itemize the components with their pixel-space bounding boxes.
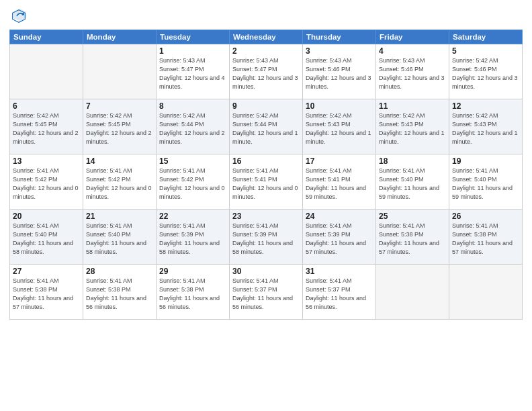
day-number: 16 [232, 156, 300, 166]
day-info: Sunrise: 5:41 AMSunset: 5:40 PMDaylight:… [86, 222, 153, 257]
day-info: Sunrise: 5:41 AMSunset: 5:42 PMDaylight:… [159, 167, 226, 201]
header [9, 7, 523, 26]
day-info: Sunrise: 5:41 AMSunset: 5:41 PMDaylight:… [306, 167, 373, 201]
day-info: Sunrise: 5:41 AMSunset: 5:41 PMDaylight:… [232, 167, 300, 201]
day-number: 12 [452, 101, 519, 111]
calendar-cell: 21Sunrise: 5:41 AMSunset: 5:40 PMDayligh… [83, 210, 157, 265]
day-info: Sunrise: 5:41 AMSunset: 5:38 PMDaylight:… [13, 277, 80, 312]
day-number: 15 [159, 156, 226, 166]
calendar-cell: 20Sunrise: 5:41 AMSunset: 5:40 PMDayligh… [10, 210, 83, 265]
day-number: 29 [159, 267, 226, 276]
calendar-cell: 8Sunrise: 5:42 AMSunset: 5:44 PMDaylight… [157, 99, 230, 154]
calendar-day-header: Wednesday [230, 30, 303, 44]
day-number: 9 [232, 101, 300, 111]
logo [9, 7, 31, 26]
calendar-week-row: 6Sunrise: 5:42 AMSunset: 5:45 PMDaylight… [10, 99, 523, 154]
day-number: 21 [86, 212, 153, 221]
calendar-cell [376, 265, 449, 320]
calendar-cell: 31Sunrise: 5:41 AMSunset: 5:37 PMDayligh… [303, 265, 376, 320]
day-info: Sunrise: 5:41 AMSunset: 5:38 PMDaylight:… [159, 277, 226, 312]
calendar-cell: 28Sunrise: 5:41 AMSunset: 5:38 PMDayligh… [83, 265, 157, 320]
calendar-cell: 15Sunrise: 5:41 AMSunset: 5:42 PMDayligh… [157, 154, 230, 210]
day-info: Sunrise: 5:42 AMSunset: 5:43 PMDaylight:… [379, 111, 446, 146]
day-info: Sunrise: 5:42 AMSunset: 5:44 PMDaylight:… [159, 111, 226, 146]
calendar-cell: 14Sunrise: 5:41 AMSunset: 5:42 PMDayligh… [83, 154, 157, 210]
day-number: 5 [452, 46, 519, 56]
calendar-week-row: 1Sunrise: 5:43 AMSunset: 5:47 PMDaylight… [10, 44, 523, 99]
calendar-cell: 4Sunrise: 5:43 AMSunset: 5:46 PMDaylight… [376, 44, 449, 99]
day-info: Sunrise: 5:41 AMSunset: 5:42 PMDaylight:… [86, 167, 153, 201]
calendar-cell: 12Sunrise: 5:42 AMSunset: 5:43 PMDayligh… [449, 99, 523, 154]
day-info: Sunrise: 5:42 AMSunset: 5:46 PMDaylight:… [452, 56, 519, 91]
calendar-day-header: Tuesday [157, 30, 230, 44]
day-info: Sunrise: 5:41 AMSunset: 5:38 PMDaylight:… [379, 222, 446, 257]
calendar-cell: 7Sunrise: 5:42 AMSunset: 5:45 PMDaylight… [83, 99, 157, 154]
day-number: 4 [379, 46, 446, 56]
calendar-week-row: 20Sunrise: 5:41 AMSunset: 5:40 PMDayligh… [10, 210, 523, 265]
calendar-day-header: Friday [376, 30, 449, 44]
day-info: Sunrise: 5:41 AMSunset: 5:39 PMDaylight:… [232, 222, 300, 257]
day-number: 19 [452, 156, 519, 166]
day-number: 10 [306, 101, 373, 111]
calendar-cell: 9Sunrise: 5:42 AMSunset: 5:44 PMDaylight… [230, 99, 303, 154]
calendar-cell: 3Sunrise: 5:43 AMSunset: 5:46 PMDaylight… [303, 44, 376, 99]
day-info: Sunrise: 5:41 AMSunset: 5:40 PMDaylight:… [379, 167, 446, 201]
calendar-cell: 19Sunrise: 5:41 AMSunset: 5:40 PMDayligh… [449, 154, 523, 210]
day-info: Sunrise: 5:41 AMSunset: 5:42 PMDaylight:… [13, 167, 80, 201]
svg-point-2 [21, 13, 24, 15]
calendar-table: SundayMondayTuesdayWednesdayThursdayFrid… [9, 30, 523, 320]
day-info: Sunrise: 5:41 AMSunset: 5:40 PMDaylight:… [452, 167, 519, 201]
day-number: 24 [306, 212, 373, 221]
calendar-day-header: Saturday [449, 30, 523, 44]
day-info: Sunrise: 5:42 AMSunset: 5:43 PMDaylight:… [306, 111, 373, 146]
day-info: Sunrise: 5:42 AMSunset: 5:43 PMDaylight:… [452, 111, 519, 146]
calendar-cell: 25Sunrise: 5:41 AMSunset: 5:38 PMDayligh… [376, 210, 449, 265]
day-number: 3 [306, 46, 373, 56]
day-number: 11 [379, 101, 446, 111]
day-number: 13 [13, 156, 80, 166]
calendar-cell: 10Sunrise: 5:42 AMSunset: 5:43 PMDayligh… [303, 99, 376, 154]
day-number: 20 [13, 212, 80, 221]
calendar-day-header: Thursday [303, 30, 376, 44]
day-info: Sunrise: 5:41 AMSunset: 5:38 PMDaylight:… [86, 277, 153, 312]
day-info: Sunrise: 5:43 AMSunset: 5:47 PMDaylight:… [232, 56, 300, 91]
calendar-day-header: Sunday [10, 30, 83, 44]
day-info: Sunrise: 5:41 AMSunset: 5:39 PMDaylight:… [306, 222, 373, 257]
day-info: Sunrise: 5:41 AMSunset: 5:37 PMDaylight:… [306, 277, 373, 312]
day-info: Sunrise: 5:41 AMSunset: 5:39 PMDaylight:… [159, 222, 226, 257]
calendar-cell: 11Sunrise: 5:42 AMSunset: 5:43 PMDayligh… [376, 99, 449, 154]
day-info: Sunrise: 5:42 AMSunset: 5:45 PMDaylight:… [13, 111, 80, 146]
day-info: Sunrise: 5:42 AMSunset: 5:44 PMDaylight:… [232, 111, 300, 146]
day-number: 30 [232, 267, 300, 276]
calendar-cell: 30Sunrise: 5:41 AMSunset: 5:37 PMDayligh… [230, 265, 303, 320]
calendar-cell: 29Sunrise: 5:41 AMSunset: 5:38 PMDayligh… [157, 265, 230, 320]
calendar-header-row: SundayMondayTuesdayWednesdayThursdayFrid… [10, 30, 523, 44]
day-number: 28 [86, 267, 153, 276]
day-info: Sunrise: 5:41 AMSunset: 5:40 PMDaylight:… [13, 222, 80, 257]
day-number: 22 [159, 212, 226, 221]
day-info: Sunrise: 5:43 AMSunset: 5:47 PMDaylight:… [159, 56, 226, 91]
day-number: 18 [379, 156, 446, 166]
day-number: 27 [13, 267, 80, 276]
calendar-cell: 1Sunrise: 5:43 AMSunset: 5:47 PMDaylight… [157, 44, 230, 99]
generalblue-logo-icon [9, 7, 28, 26]
day-number: 8 [159, 101, 226, 111]
day-number: 23 [232, 212, 300, 221]
day-number: 26 [452, 212, 519, 221]
calendar-cell: 6Sunrise: 5:42 AMSunset: 5:45 PMDaylight… [10, 99, 83, 154]
calendar-cell [10, 44, 83, 99]
day-number: 1 [159, 46, 226, 56]
day-number: 31 [306, 267, 373, 276]
day-info: Sunrise: 5:42 AMSunset: 5:45 PMDaylight:… [86, 111, 153, 146]
day-info: Sunrise: 5:43 AMSunset: 5:46 PMDaylight:… [379, 56, 446, 91]
calendar-cell: 24Sunrise: 5:41 AMSunset: 5:39 PMDayligh… [303, 210, 376, 265]
calendar-week-row: 27Sunrise: 5:41 AMSunset: 5:38 PMDayligh… [10, 265, 523, 320]
calendar-cell: 18Sunrise: 5:41 AMSunset: 5:40 PMDayligh… [376, 154, 449, 210]
calendar-cell: 26Sunrise: 5:41 AMSunset: 5:38 PMDayligh… [449, 210, 523, 265]
day-number: 17 [306, 156, 373, 166]
calendar-week-row: 13Sunrise: 5:41 AMSunset: 5:42 PMDayligh… [10, 154, 523, 210]
calendar-cell: 16Sunrise: 5:41 AMSunset: 5:41 PMDayligh… [230, 154, 303, 210]
day-number: 25 [379, 212, 446, 221]
calendar-cell: 23Sunrise: 5:41 AMSunset: 5:39 PMDayligh… [230, 210, 303, 265]
day-number: 2 [232, 46, 300, 56]
